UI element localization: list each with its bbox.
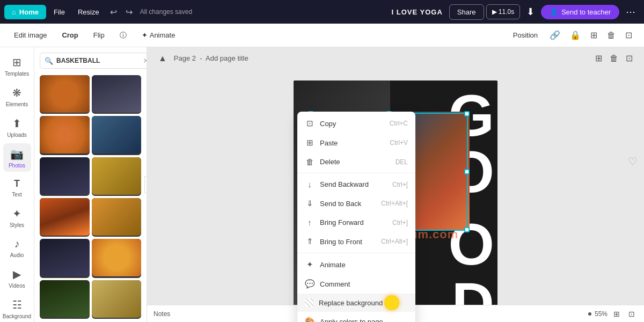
- photo-thumb-12[interactable]: [92, 280, 142, 319]
- crop-button[interactable]: Crop: [56, 28, 83, 42]
- photo-thumb-4[interactable]: [92, 116, 142, 155]
- edit-image-button[interactable]: Edit image: [9, 28, 52, 42]
- templates-icon: ⊞: [12, 56, 21, 69]
- text-icon: T: [14, 178, 20, 189]
- page-header: ▲ Page 2 - Add page title ⊞ 🗑 ⊡: [147, 47, 644, 69]
- grid-view-button[interactable]: ⊞: [611, 309, 623, 319]
- handle-mr[interactable]: [464, 169, 470, 174]
- resize-button[interactable]: Resize: [72, 5, 105, 19]
- flip-button[interactable]: Flip: [88, 28, 110, 42]
- ctx-copy-label: Copy: [320, 120, 384, 128]
- copy-icon: ⊡: [305, 119, 314, 128]
- more-options-button[interactable]: ⋯: [621, 3, 640, 21]
- notes-label: Notes: [153, 310, 170, 318]
- photo-thumb-2[interactable]: [92, 75, 142, 114]
- send-label: Send to teacher: [561, 8, 611, 16]
- replace-bg-icon: [305, 298, 313, 307]
- page-header-actions: ⊞ 🗑 ⊡: [592, 52, 635, 65]
- ctx-delete[interactable]: 🗑 Delete DEL: [297, 152, 415, 171]
- ctx-divider-1: [297, 173, 415, 173]
- photo-thumb-10[interactable]: [92, 239, 142, 277]
- download-button[interactable]: ⬇: [522, 3, 539, 21]
- sidebar-item-audio[interactable]: ♪ Audio: [3, 233, 31, 261]
- ctx-copy[interactable]: ⊡ Copy Ctrl+C: [297, 114, 415, 133]
- animate-button[interactable]: ✦ Animate: [136, 28, 181, 42]
- bring-to-front-icon: ⇑: [305, 237, 314, 246]
- photo-thumb-5[interactable]: [40, 157, 90, 196]
- zoom-dot: [588, 312, 591, 316]
- ctx-animate[interactable]: ✦ Animate: [297, 255, 415, 274]
- file-button[interactable]: File: [48, 5, 70, 19]
- search-input-wrap[interactable]: 🔍 ✕: [40, 53, 147, 69]
- copy-page-button[interactable]: ⊞: [592, 52, 605, 65]
- elements-label: Elements: [6, 101, 28, 107]
- search-input[interactable]: [56, 57, 140, 64]
- ctx-send-backward-label: Send Backward: [320, 180, 387, 188]
- sidebar-item-background[interactable]: ☷ Background: [3, 294, 31, 322]
- home-button[interactable]: ⌂ Home: [4, 5, 46, 19]
- person-icon: 👤: [550, 8, 558, 16]
- undo-button[interactable]: ↩: [107, 4, 120, 20]
- play-preview-button[interactable]: ▶ 11.0s: [486, 4, 521, 19]
- photo-thumb-9[interactable]: [40, 239, 90, 277]
- photo-thumb-3[interactable]: [40, 116, 90, 155]
- position-button[interactable]: Position: [508, 28, 543, 42]
- ctx-comment[interactable]: 💬 Comment: [297, 274, 415, 294]
- photo-thumb-7[interactable]: [40, 198, 90, 237]
- ctx-send-backward-shortcut: Ctrl+[: [392, 181, 408, 188]
- ctx-divider-2: [297, 253, 415, 253]
- share-button[interactable]: Share: [449, 4, 484, 20]
- toolbar-right: Position 🔗 🔒 ⊞ 🗑 ⊡: [508, 28, 635, 42]
- photo-thumb-11[interactable]: [40, 280, 90, 319]
- search-icon: 🔍: [45, 57, 53, 65]
- ctx-apply-colors-label: Apply colors to page: [320, 318, 408, 323]
- handle-br[interactable]: [464, 227, 470, 232]
- sidebar-item-text[interactable]: T Text: [3, 174, 31, 201]
- lock-button[interactable]: 🔒: [567, 28, 584, 42]
- videos-icon: ▶: [13, 268, 21, 281]
- like-button[interactable]: ♡: [628, 155, 638, 168]
- sidebar-item-templates[interactable]: ⊞ Templates: [3, 52, 31, 80]
- delete-button[interactable]: 🗑: [604, 28, 619, 42]
- ctx-send-to-back-shortcut: Ctrl+Alt+[: [381, 200, 408, 207]
- sidebar-item-styles[interactable]: ✦ Styles: [3, 203, 31, 231]
- sidebar-item-elements[interactable]: ❋ Elements: [3, 82, 31, 111]
- sidebar-item-uploads[interactable]: ⬆ Uploads: [3, 113, 31, 141]
- ctx-bring-forward[interactable]: ↑ Bring Forward Ctrl+]: [297, 213, 415, 232]
- left-panel: 🔍 ✕ ⚙: [34, 47, 147, 322]
- ctx-bring-forward-shortcut: Ctrl+]: [392, 219, 408, 226]
- home-label: Home: [19, 8, 39, 16]
- photo-thumb-1[interactable]: [40, 75, 90, 114]
- page-nav-up-button[interactable]: ▲: [156, 52, 170, 65]
- ctx-replace-background[interactable]: Replace background: [297, 294, 415, 312]
- photo-thumb-8[interactable]: [92, 198, 142, 237]
- photo-thumb-6[interactable]: [92, 157, 142, 196]
- canvas-area: ▲ Page 2 - Add page title ⊞ 🗑 ⊡ G O O D: [147, 47, 644, 322]
- ctx-send-backward[interactable]: ↓ Send Backward Ctrl+[: [297, 175, 415, 194]
- expand-page-button[interactable]: ⊡: [623, 52, 635, 65]
- ctx-bring-to-front[interactable]: ⇑ Bring to Front Ctrl+Alt+]: [297, 232, 415, 251]
- clear-search-icon[interactable]: ✕: [143, 56, 147, 65]
- ctx-paste-label: Paste: [320, 139, 384, 147]
- sidebar-item-photos[interactable]: 📷 Photos: [3, 143, 31, 172]
- link-button[interactable]: 🔗: [546, 28, 564, 42]
- ctx-send-to-back[interactable]: ⇓ Send to Back Ctrl+Alt+[: [297, 194, 415, 213]
- handle-tr[interactable]: [464, 111, 470, 116]
- add-title-label[interactable]: Add page title: [206, 54, 248, 62]
- ctx-apply-colors[interactable]: 🎨 Apply colors to page: [297, 312, 415, 322]
- zoom-controls: 55% ⊞ ⊡: [588, 309, 638, 319]
- info-button[interactable]: ⓘ: [114, 27, 132, 43]
- duplicate-button[interactable]: ⊞: [587, 28, 601, 42]
- ctx-bring-forward-label: Bring Forward: [320, 218, 387, 226]
- send-to-teacher-button[interactable]: 👤 Send to teacher: [541, 5, 619, 19]
- redo-button[interactable]: ↪: [122, 4, 136, 20]
- sidebar-icons: ⊞ Templates ❋ Elements ⬆ Uploads 📷 Photo…: [0, 47, 34, 322]
- context-menu: ⊡ Copy Ctrl+C ⊞ Paste Ctrl+V 🗑 Delete DE…: [297, 112, 415, 322]
- sidebar-item-videos[interactable]: ▶ Videos: [3, 264, 31, 292]
- fullscreen-view-button[interactable]: ⊡: [626, 309, 638, 319]
- project-title: I LOVE YOGA: [392, 8, 443, 16]
- fullscreen-button[interactable]: ⊡: [622, 28, 635, 42]
- delete-page-button[interactable]: 🗑: [607, 52, 621, 65]
- ctx-paste[interactable]: ⊞ Paste Ctrl+V: [297, 133, 415, 152]
- photos-icon: 📷: [10, 148, 24, 160]
